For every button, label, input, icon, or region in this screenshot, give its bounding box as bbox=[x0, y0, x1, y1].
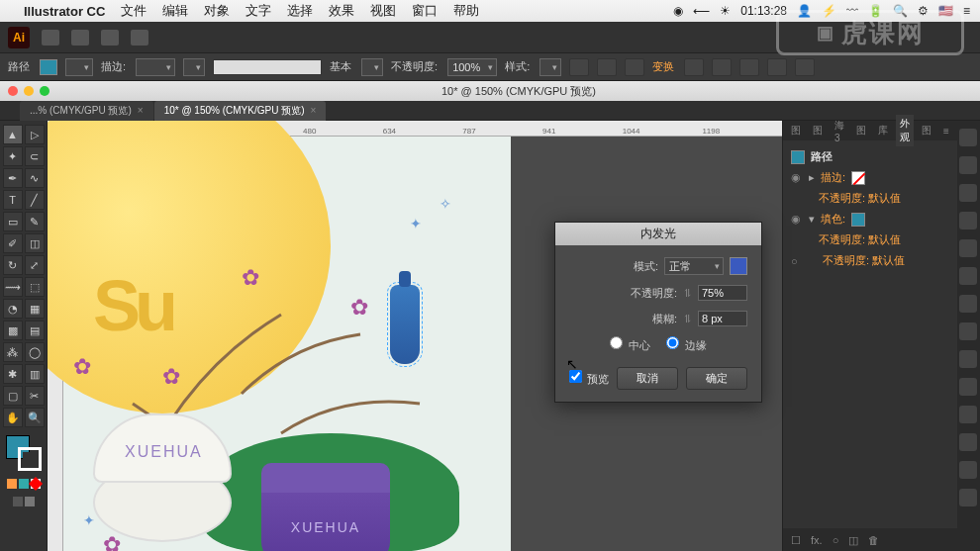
fill-swatch[interactable] bbox=[851, 213, 865, 227]
slice-tool[interactable]: ✂ bbox=[25, 386, 45, 406]
bluetooth-icon[interactable]: ⚡ bbox=[822, 4, 836, 18]
tab-close-icon[interactable]: × bbox=[138, 105, 144, 116]
notification-icon[interactable]: ≡ bbox=[963, 4, 970, 18]
wifi-icon[interactable]: 〰 bbox=[846, 4, 858, 18]
style-dropdown[interactable] bbox=[539, 58, 561, 76]
mask-icon[interactable] bbox=[767, 58, 787, 76]
stroke-profile-dropdown[interactable] bbox=[183, 58, 205, 76]
battery-icon[interactable]: 🔋 bbox=[868, 4, 883, 18]
tab-doc1[interactable]: ...% (CMYK/GPU 预览) × bbox=[20, 101, 153, 121]
stroke-weight-dropdown[interactable] bbox=[136, 58, 175, 76]
cc-icon[interactable]: ◉ bbox=[673, 4, 683, 18]
eyedropper-tool[interactable]: ⁂ bbox=[3, 342, 23, 362]
clear-icon[interactable]: ○ bbox=[833, 534, 839, 546]
center-radio[interactable]: 中心 bbox=[610, 336, 650, 353]
menu-effect[interactable]: 效果 bbox=[329, 2, 354, 20]
color-mode-swatches[interactable] bbox=[7, 479, 41, 489]
ok-button[interactable]: 确定 bbox=[686, 367, 747, 390]
cancel-button[interactable]: 取消 bbox=[617, 367, 678, 390]
selection-tool[interactable]: ▲ bbox=[3, 125, 23, 144]
rotate-tool[interactable]: ↻ bbox=[3, 255, 23, 275]
edge-radio[interactable]: 边缘 bbox=[666, 336, 707, 353]
rectangle-tool[interactable]: ▭ bbox=[3, 212, 23, 231]
panel-tab[interactable]: 图 bbox=[809, 122, 827, 139]
menu-select[interactable]: 选择 bbox=[287, 2, 313, 20]
visibility-icon[interactable]: ○ bbox=[791, 255, 803, 267]
user-icon[interactable]: 👤 bbox=[797, 4, 812, 18]
type-tool[interactable]: T bbox=[3, 190, 23, 210]
fill-swatch[interactable] bbox=[40, 59, 57, 75]
settings-icon[interactable]: ⚙ bbox=[918, 4, 929, 18]
opacity-input[interactable] bbox=[698, 285, 747, 301]
fill-dropdown[interactable] bbox=[65, 58, 93, 76]
bird-icon[interactable]: ⟵ bbox=[693, 4, 710, 18]
gradient-panel-icon[interactable] bbox=[959, 267, 977, 285]
duplicate-icon[interactable]: ◫ bbox=[848, 534, 858, 547]
panel-tab[interactable]: 图 bbox=[787, 122, 805, 139]
curvature-tool[interactable]: ∿ bbox=[25, 168, 45, 188]
window-minimize-icon[interactable] bbox=[24, 86, 34, 96]
opacity-field[interactable]: 100% bbox=[447, 58, 497, 76]
select-similar-icon[interactable] bbox=[795, 58, 815, 76]
transform-panel-icon[interactable] bbox=[959, 378, 977, 396]
layers-panel-icon[interactable] bbox=[959, 461, 977, 479]
line-tool[interactable]: ╱ bbox=[25, 190, 45, 210]
stroke-swatch[interactable] bbox=[851, 171, 865, 185]
brush-definition[interactable] bbox=[213, 59, 322, 75]
menu-edit[interactable]: 编辑 bbox=[162, 2, 188, 20]
preview-checkbox[interactable]: 预览 bbox=[569, 370, 609, 387]
stroke-color-icon[interactable] bbox=[18, 447, 42, 471]
shape-builder-tool[interactable]: ◔ bbox=[3, 299, 23, 319]
character-panel-icon[interactable] bbox=[959, 322, 977, 340]
gpu-icon[interactable] bbox=[131, 30, 148, 46]
brightness-icon[interactable]: ☀ bbox=[720, 4, 731, 18]
paragraph-panel-icon[interactable] bbox=[959, 350, 977, 368]
spotlight-icon[interactable]: 🔍 bbox=[893, 4, 908, 18]
fill-opacity-row[interactable]: 不透明度: 默认值 bbox=[819, 232, 901, 247]
stroke-panel-icon[interactable] bbox=[959, 239, 977, 257]
panel-tab[interactable]: 图 bbox=[918, 122, 935, 139]
menu-type[interactable]: 文字 bbox=[245, 2, 271, 20]
pen-tool[interactable]: ✒ bbox=[3, 168, 23, 188]
align-panel-icon[interactable] bbox=[959, 406, 977, 423]
fill-stroke-indicator[interactable] bbox=[6, 435, 42, 471]
isolate-icon[interactable] bbox=[684, 58, 704, 76]
panel-menu-icon[interactable]: ≡ bbox=[939, 124, 953, 138]
blur-input[interactable] bbox=[698, 311, 747, 326]
object-opacity-row[interactable]: 不透明度: 默认值 bbox=[809, 253, 905, 268]
artboard-tool[interactable]: ▢ bbox=[3, 386, 23, 406]
blend-tool[interactable]: ◯ bbox=[25, 342, 45, 362]
hand-tool[interactable]: ✋ bbox=[3, 408, 23, 427]
menu-file[interactable]: 文件 bbox=[121, 2, 147, 20]
arrange-docs-icon[interactable] bbox=[101, 30, 119, 46]
gradient-tool[interactable]: ▤ bbox=[25, 321, 45, 340]
window-zoom-icon[interactable] bbox=[40, 86, 49, 96]
menu-object[interactable]: 对象 bbox=[204, 2, 230, 20]
direct-selection-tool[interactable]: ▷ bbox=[25, 125, 45, 144]
align-icon[interactable] bbox=[597, 58, 617, 76]
shape-icon[interactable] bbox=[625, 58, 644, 76]
graph-tool[interactable]: ▥ bbox=[25, 364, 45, 384]
stroke-row[interactable]: 描边: bbox=[821, 170, 845, 185]
tab-close-icon[interactable]: × bbox=[311, 105, 317, 116]
sync-settings-icon[interactable] bbox=[42, 30, 59, 46]
free-transform-tool[interactable]: ⬚ bbox=[25, 277, 45, 297]
visibility-icon[interactable]: ◉ bbox=[791, 171, 803, 184]
panel-tab[interactable]: 库 bbox=[874, 122, 892, 139]
visibility-icon[interactable]: ◉ bbox=[791, 213, 803, 226]
eraser-tool[interactable]: ◫ bbox=[25, 233, 45, 253]
zoom-tool[interactable]: 🔍 bbox=[25, 408, 45, 427]
menu-help[interactable]: 帮助 bbox=[453, 2, 479, 20]
mesh-tool[interactable]: ▩ bbox=[3, 321, 23, 340]
bridge-icon[interactable] bbox=[71, 30, 89, 46]
artboard[interactable]: Su XUEHUA XUEHUA ✦ ✧ ✦ bbox=[63, 137, 511, 551]
recolor-icon[interactable] bbox=[569, 58, 589, 76]
pathfinder-panel-icon[interactable] bbox=[959, 433, 977, 451]
color-panel-icon[interactable] bbox=[959, 129, 977, 146]
swatches-panel-icon[interactable] bbox=[959, 156, 977, 174]
perspective-tool[interactable]: ▦ bbox=[25, 299, 45, 319]
panel-tab[interactable]: 图 bbox=[852, 122, 870, 139]
symbol-sprayer-tool[interactable]: ✱ bbox=[3, 364, 23, 384]
menu-window[interactable]: 窗口 bbox=[412, 2, 438, 20]
add-effect-icon[interactable]: fx. bbox=[811, 534, 823, 546]
